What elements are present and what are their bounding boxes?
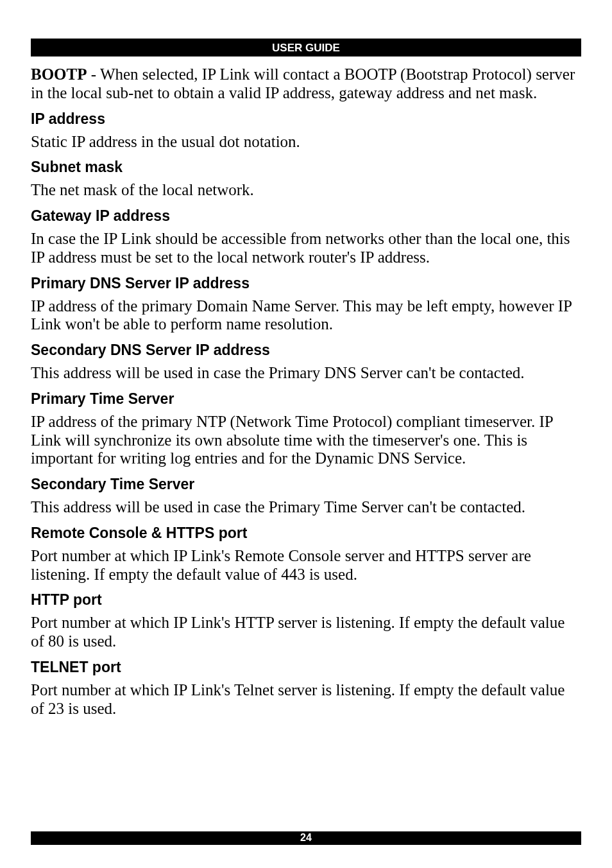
- section-body: Port number at which IP Link's Telnet se…: [31, 681, 581, 718]
- section-body: IP address of the primary NTP (Network T…: [31, 413, 581, 468]
- section-body: Port number at which IP Link's Remote Co…: [31, 547, 581, 584]
- intro-paragraph: BOOTP - When selected, IP Link will cont…: [31, 65, 581, 103]
- section-body: This address will be used in case the Pr…: [31, 498, 581, 517]
- section-body: In case the IP Link should be accessible…: [31, 230, 581, 267]
- section-heading: Primary Time Server: [31, 390, 581, 408]
- section-body: The net mask of the local network.: [31, 181, 581, 200]
- section-body: Port number at which IP Link's HTTP serv…: [31, 614, 581, 651]
- section-heading: HTTP port: [31, 591, 581, 609]
- section-heading: TELNET port: [31, 659, 581, 676]
- section-heading: Secondary DNS Server IP address: [31, 342, 581, 359]
- header-bar: USER GUIDE: [31, 39, 581, 56]
- page-number: 24: [300, 832, 312, 843]
- section-heading: Primary DNS Server IP address: [31, 275, 581, 292]
- header-title: USER GUIDE: [272, 42, 340, 54]
- footer-bar: 24: [31, 831, 581, 845]
- page: USER GUIDE BOOTP - When selected, IP Lin…: [0, 0, 612, 868]
- section-body: IP address of the primary Domain Name Se…: [31, 297, 581, 334]
- section-heading: Secondary Time Server: [31, 476, 581, 493]
- section-heading: Subnet mask: [31, 159, 581, 176]
- section-heading: IP address: [31, 110, 581, 128]
- intro-lead-bold: BOOTP: [31, 65, 87, 83]
- section-heading: Gateway IP address: [31, 207, 581, 225]
- intro-lead-rest: - When selected, IP Link will contact a …: [31, 65, 575, 101]
- section-heading: Remote Console & HTTPS port: [31, 525, 581, 542]
- section-body: This address will be used in case the Pr…: [31, 364, 581, 383]
- section-body: Static IP address in the usual dot notat…: [31, 133, 581, 152]
